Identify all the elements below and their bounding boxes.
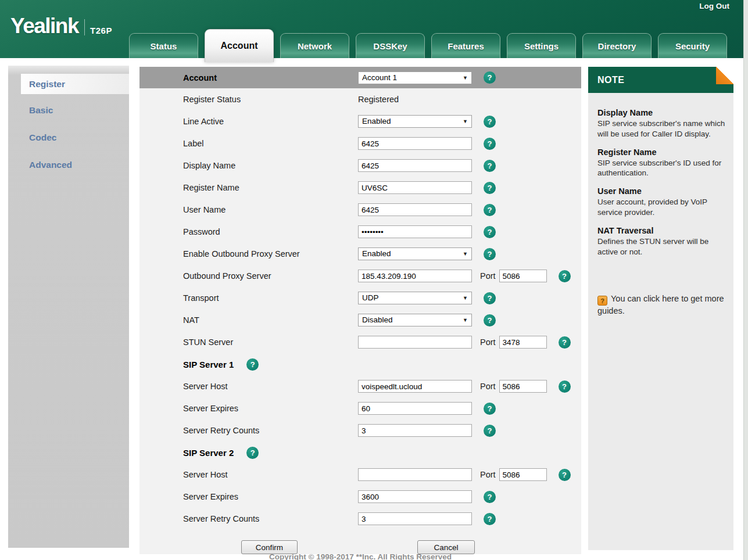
folded-corner [716, 67, 733, 84]
form-row-transport: Transport UDP ▼ [139, 287, 581, 309]
label-input[interactable] [358, 137, 472, 150]
help-icon[interactable] [484, 182, 496, 194]
form-row-enable-outbound-proxy: Enable Outbound Proxy Server Enabled ▼ [139, 243, 581, 265]
help-icon[interactable] [484, 513, 496, 525]
help-icon[interactable] [559, 469, 571, 481]
form-row-sip2-server-host: Server Host Port [139, 464, 581, 486]
sip2-server-expires-input[interactable] [358, 490, 472, 503]
header: Log Out Yealink T26P Status Account Netw… [0, 0, 748, 58]
note-header: NOTE [588, 67, 733, 93]
button-row: Confirm Cancel [139, 530, 581, 554]
tab-directory[interactable]: Directory [582, 33, 652, 58]
help-icon[interactable] [484, 138, 496, 150]
guides-link[interactable]: You can click here to get more guides. [597, 293, 725, 317]
section-title: SIP Server 1 [183, 360, 234, 369]
sip1-port-input[interactable] [499, 380, 547, 393]
sidebar-item-basic[interactable]: Basic [8, 104, 129, 117]
help-icon[interactable] [246, 447, 259, 459]
transport-select[interactable]: UDP ▼ [358, 292, 472, 304]
select-value: Enabled [362, 249, 391, 258]
sip2-server-host-input[interactable] [358, 468, 472, 481]
scrollbar[interactable] [743, 0, 748, 560]
help-icon[interactable] [559, 336, 571, 349]
logo-divider [84, 19, 85, 35]
tab-settings[interactable]: Settings [507, 33, 576, 58]
form-row-register-status: Register Status Registered [139, 88, 581, 110]
yealink-logo: Yealink T26P [10, 15, 112, 37]
form-row-line-active: Line Active Enabled ▼ [139, 110, 581, 132]
note-panel: NOTE Display Name SIP service subscriber… [588, 67, 733, 550]
sip1-retry-counts-input[interactable] [358, 424, 472, 437]
help-icon[interactable] [559, 380, 571, 393]
field-label: Password [183, 227, 358, 236]
help-icon[interactable] [246, 358, 259, 371]
sip1-server-expires-input[interactable] [358, 402, 472, 415]
sip2-retry-counts-input[interactable] [358, 512, 472, 525]
brand-text: Yealink [10, 15, 78, 37]
guide-help-icon [597, 296, 607, 306]
note-section-user-name: User Name User account, provided by VoIP… [597, 186, 725, 218]
help-icon[interactable] [484, 314, 496, 326]
copyright-text: Copyright © 1998-2017 **Inc. All Rights … [139, 552, 581, 560]
help-icon[interactable] [484, 491, 496, 503]
tab-status[interactable]: Status [129, 33, 198, 58]
form-row-sip2-server-expires: Server Expires [139, 486, 581, 508]
tab-network[interactable]: Network [280, 33, 349, 58]
enable-outbound-proxy-select[interactable]: Enabled ▼ [358, 247, 472, 260]
sip2-port-input[interactable] [499, 468, 547, 481]
field-label: Enable Outbound Proxy Server [183, 249, 358, 259]
help-icon[interactable] [484, 116, 496, 128]
tab-bar: Status Account Network DSSKey Features S… [129, 23, 727, 58]
chevron-down-icon: ▼ [463, 248, 468, 260]
help-icon[interactable] [484, 425, 496, 437]
user-name-input[interactable] [358, 203, 472, 216]
field-label: Transport [183, 293, 358, 303]
note-section-text: SIP service subscriber's name which will… [597, 119, 725, 139]
sidebar-item-codec[interactable]: Codec [8, 131, 129, 144]
tab-security[interactable]: Security [658, 33, 727, 58]
outbound-proxy-server-input[interactable] [358, 270, 472, 282]
field-label: Register Status [183, 95, 358, 104]
nat-select[interactable]: Disabled ▼ [358, 314, 472, 326]
port-label: Port [480, 338, 496, 347]
account-select[interactable]: Account 1 ▼ [358, 71, 472, 84]
help-icon[interactable] [559, 270, 571, 282]
help-icon[interactable] [484, 292, 496, 304]
note-body: Display Name SIP service subscriber's na… [588, 93, 733, 550]
field-label: Line Active [183, 117, 358, 126]
display-name-input[interactable] [358, 159, 472, 172]
help-icon[interactable] [484, 204, 496, 216]
sip1-server-host-input[interactable] [358, 380, 472, 393]
stun-port-input[interactable] [499, 336, 547, 349]
note-section-display-name: Display Name SIP service subscriber's na… [597, 108, 725, 139]
logout-link[interactable]: Log Out [699, 2, 729, 10]
note-section-heading: Display Name [597, 108, 725, 117]
help-icon[interactable] [484, 403, 496, 415]
sidebar: Register Basic Codec Advanced [8, 66, 129, 548]
help-icon[interactable] [484, 248, 496, 260]
help-icon[interactable] [484, 226, 496, 238]
section-title: SIP Server 2 [183, 448, 234, 458]
field-label: Display Name [183, 161, 358, 170]
field-label: STUN Server [183, 338, 358, 347]
register-name-input[interactable] [358, 181, 472, 194]
sidebar-item-register[interactable]: Register [21, 74, 129, 94]
form-row-user-name: User Name [139, 199, 581, 221]
chevron-down-icon: ▼ [463, 314, 468, 326]
sidebar-item-advanced[interactable]: Advanced [8, 159, 129, 171]
line-active-select[interactable]: Enabled ▼ [358, 115, 472, 128]
guides-text: You can click here to get more guides. [597, 294, 724, 315]
port-label: Port [480, 470, 496, 479]
form-row-nat: NAT Disabled ▼ [139, 309, 581, 331]
stun-server-input[interactable] [358, 336, 472, 349]
account-bar: Account Account 1 ▼ [139, 67, 581, 88]
form-row-password: Password [139, 221, 581, 243]
outbound-proxy-port-input[interactable] [499, 270, 547, 282]
help-icon[interactable] [484, 160, 496, 172]
tab-features[interactable]: Features [431, 33, 500, 58]
tab-account[interactable]: Account [205, 29, 274, 62]
tab-dsskey[interactable]: DSSKey [356, 33, 425, 58]
field-label: Server Host [183, 382, 358, 391]
help-icon[interactable] [484, 71, 496, 84]
password-input[interactable] [358, 225, 472, 238]
